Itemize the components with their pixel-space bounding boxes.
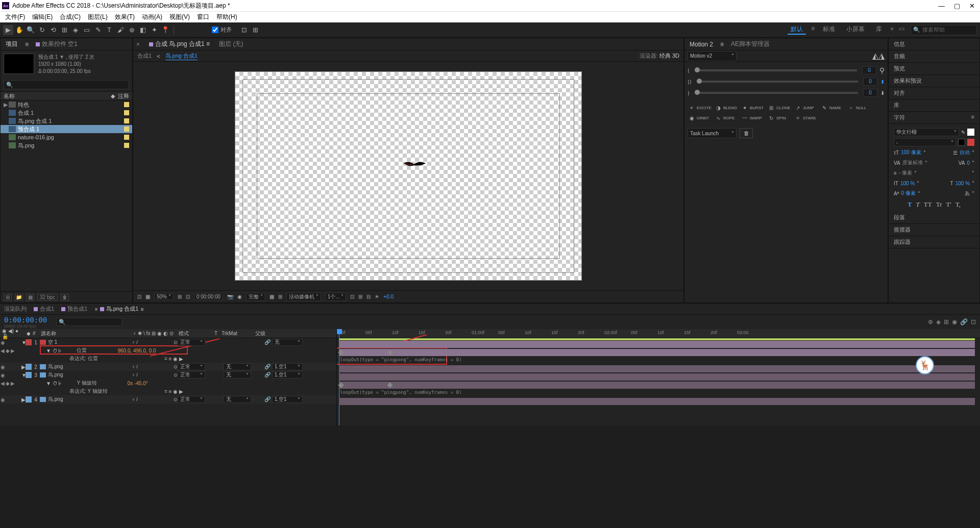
motion-tool-null[interactable]: ○NULL xyxy=(847,103,873,113)
hand-tool[interactable]: ✋ xyxy=(14,25,24,35)
viewer-res-toggle[interactable]: ⊡ xyxy=(137,294,141,299)
motion-slider-1[interactable] xyxy=(695,69,857,71)
property-row[interactable]: ◀◆▶▼ ⏱ ♭ 位置960.0, 496.0, 0.0 xyxy=(0,346,336,355)
orbit-tool[interactable]: ↻ xyxy=(37,25,47,35)
script-manager-tab[interactable]: AE脚本管理器 xyxy=(729,40,772,48)
exposure-value[interactable]: +0.0 xyxy=(383,294,394,299)
leading-value[interactable]: 自动 xyxy=(960,149,970,156)
viewer-mask-icon[interactable]: ⊡ xyxy=(186,294,190,299)
stroke-width-value[interactable]: - 像素 xyxy=(899,169,912,177)
motion-tool-stare[interactable]: ✧STARE xyxy=(794,113,820,123)
current-timecode[interactable]: 0:00:00:00 xyxy=(4,316,47,324)
tracking-value[interactable]: 0 xyxy=(967,160,970,166)
superscript-button[interactable]: T' xyxy=(946,200,951,209)
motion-anchor-icon[interactable]: ⚲ xyxy=(879,66,885,74)
viewer-icon-2[interactable]: ⊞ xyxy=(358,294,362,299)
subscript-button[interactable]: T, xyxy=(955,200,961,209)
tl-icon-3[interactable]: ⊞ xyxy=(944,318,949,325)
vscale-value[interactable]: 100 % xyxy=(900,181,915,186)
workspace-library[interactable]: 库 xyxy=(873,25,885,35)
project-item[interactable]: 合成 1 xyxy=(1,109,132,117)
kerning-value[interactable]: 度量标准 xyxy=(902,159,923,166)
timeline-tab-bird[interactable]: × 鸟.png 合成1 ≡ xyxy=(94,305,143,313)
motion-slider-2[interactable] xyxy=(697,81,858,83)
minimize-button[interactable]: — xyxy=(938,2,945,10)
menu-effect[interactable]: 效果(T) xyxy=(113,13,137,21)
motion-tool-rope[interactable]: ∿ROPE xyxy=(714,113,741,123)
project-col-tag-icon[interactable]: ◆ xyxy=(111,93,115,99)
col-parent[interactable]: 父级 xyxy=(253,330,304,337)
info-panel-header[interactable]: 信息 xyxy=(889,38,979,51)
rect-tool[interactable]: ▭ xyxy=(82,25,92,35)
motion-tool-warp[interactable]: 〰WARP xyxy=(741,113,767,123)
menu-file[interactable]: 文件(F) xyxy=(3,13,27,21)
snap-option-2[interactable]: ⊞ xyxy=(250,25,260,35)
smallcaps-button[interactable]: Tr xyxy=(936,200,942,209)
hscale-value[interactable]: 100 % xyxy=(955,181,970,186)
tl-icon-1[interactable]: ⊕ xyxy=(928,318,933,325)
workspace-overflow-icon[interactable]: » xyxy=(890,25,894,35)
motion-link-icon[interactable]: ⬍ xyxy=(880,79,885,85)
italic-button[interactable]: T xyxy=(916,200,920,209)
help-search[interactable]: 🔍 搜索帮助 xyxy=(911,25,977,35)
timeline-tab-comp1[interactable]: 合成1 xyxy=(34,305,54,313)
color-swatch-2[interactable] xyxy=(967,139,974,146)
paragraph-panel-header[interactable]: 段落 xyxy=(889,212,979,224)
motion-value-2[interactable]: 0 xyxy=(863,78,877,86)
effects-panel-header[interactable]: 效果和预设 xyxy=(889,75,979,87)
character-panel-header[interactable]: 字符≡ xyxy=(889,112,979,124)
transparency-icon[interactable]: ⊞ xyxy=(278,294,282,299)
clone-tool[interactable]: ⊕ xyxy=(127,25,137,35)
snap-option-1[interactable]: ⊡ xyxy=(239,25,249,35)
menu-view[interactable]: 视图(V) xyxy=(167,13,192,21)
motion-ease-in-icon[interactable]: ⟨ xyxy=(688,68,690,73)
tl-icon-2[interactable]: ◈ xyxy=(936,318,941,325)
baseline-value[interactable]: 0 像素 xyxy=(901,190,915,197)
property-row[interactable]: 表达式: 位置= ≡ ◉ ▶ xyxy=(0,355,336,363)
workspace-small[interactable]: 小屏幕 xyxy=(843,25,868,35)
timeline-search[interactable]: 🔍 xyxy=(56,318,122,326)
menu-help[interactable]: 帮助(H) xyxy=(214,13,239,21)
text-tool[interactable]: T xyxy=(104,25,114,35)
library-panel-header[interactable]: 库 xyxy=(889,99,979,112)
align-panel-header[interactable]: 对齐 xyxy=(889,87,979,99)
composition-viewport[interactable] xyxy=(133,62,683,290)
tl-icon-4[interactable]: ◉ xyxy=(952,318,957,325)
allcaps-button[interactable]: TT xyxy=(924,200,932,209)
puppet-tool[interactable]: 📍 xyxy=(160,25,170,35)
task-launch-dropdown[interactable]: Task Launch˅ xyxy=(688,128,737,138)
motion-ease-both-icon[interactable]: ⟨⟩ xyxy=(688,79,692,85)
font-size-value[interactable]: 100 像素 xyxy=(901,149,921,156)
font-family-dropdown[interactable]: 华文行楷˅ xyxy=(894,128,959,136)
viewer-alpha-icon[interactable]: ▦ xyxy=(145,294,150,299)
menu-window[interactable]: 窗口 xyxy=(195,13,211,21)
bold-button[interactable]: T xyxy=(908,200,912,209)
timeline-tab-precomp[interactable]: 预合成1 xyxy=(61,305,87,313)
close-button[interactable]: ✕ xyxy=(969,2,975,10)
exposure-reset-icon[interactable]: ☀ xyxy=(375,294,379,299)
menu-animation[interactable]: 动画(A) xyxy=(140,13,164,21)
motion-ease-out-icon[interactable]: ⟩ xyxy=(688,90,690,96)
fill-color-swatch[interactable] xyxy=(967,129,974,136)
motion-tool-spin[interactable]: ↻SPIN xyxy=(767,113,794,123)
preview-panel-header[interactable]: 预览 xyxy=(889,63,979,75)
viewer-aspect-icon[interactable]: ⊞ xyxy=(178,294,182,299)
views-count-dropdown[interactable]: 1个... ˅ xyxy=(325,293,347,301)
tracker-panel-header[interactable]: 跟踪器 xyxy=(889,236,979,248)
viewer-icon-1[interactable]: ⊡ xyxy=(350,294,354,299)
project-item[interactable]: nature-016.jpg xyxy=(1,133,132,141)
new-comp-button[interactable]: ▦ xyxy=(26,294,34,301)
layer-tab[interactable]: 图层 (无) xyxy=(217,40,245,48)
motion-slider-3[interactable] xyxy=(695,92,858,94)
motion-tool-jump[interactable]: ↗JUMP xyxy=(794,103,820,113)
menu-layer[interactable]: 图层(L) xyxy=(86,13,110,21)
stroke-color-swatch[interactable] xyxy=(958,139,965,146)
col-trkmat[interactable]: TrkMat xyxy=(219,331,253,336)
project-tab-menu-icon[interactable]: ≡ xyxy=(25,41,29,48)
camera-tool[interactable]: ⊞ xyxy=(59,25,69,35)
interpret-footage-button[interactable]: ⊞ xyxy=(4,294,12,301)
snap-checkbox[interactable] xyxy=(212,27,218,33)
project-col-name[interactable]: 名称 xyxy=(4,92,15,100)
menu-edit[interactable]: 编辑(E) xyxy=(30,13,55,21)
menu-composition[interactable]: 合成(C) xyxy=(58,13,83,21)
